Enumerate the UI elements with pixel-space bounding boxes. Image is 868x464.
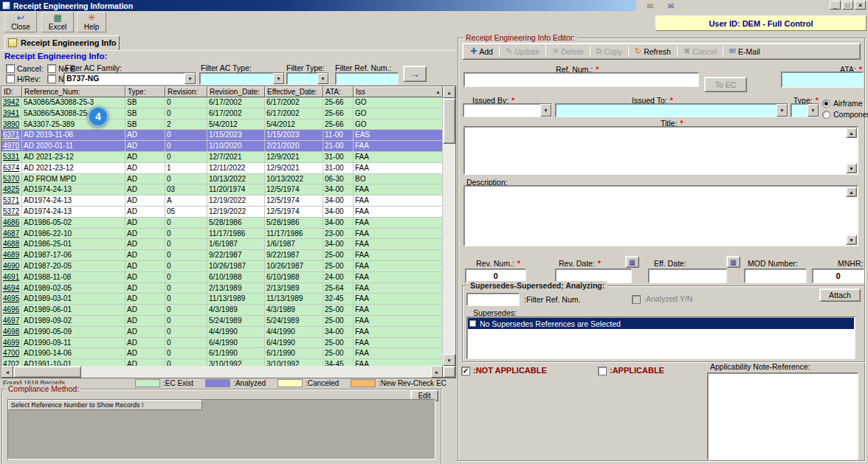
copy-button[interactable]: ⧉Copy: [592, 46, 627, 57]
scroll-down-icon[interactable]: ▼: [846, 163, 857, 173]
table-row[interactable]: 4695AD1989-03-01AD011/13/198911/13/19893…: [1, 294, 443, 305]
table-row[interactable]: 4696AD1989-06-01AD04/3/19894/3/198925-00…: [1, 305, 443, 316]
not-applicable-checkbox[interactable]: ✓: [461, 367, 470, 375]
cell-id[interactable]: 4688: [1, 239, 22, 250]
table-row[interactable]: 4686AD1986-05-02AD05/28/19865/28/198634-…: [1, 218, 443, 229]
cell-id[interactable]: 4691: [1, 272, 22, 283]
chevron-down-icon[interactable]: ▼: [540, 104, 551, 117]
table-row[interactable]: 4970AD 2020-01-11AD01/10/20202/21/202021…: [1, 141, 443, 152]
scroll-right-icon[interactable]: ►: [431, 366, 443, 378]
grid-column-header[interactable]: ID:: [1, 86, 22, 97]
mnhr-input[interactable]: [812, 269, 864, 283]
table-row[interactable]: 4697AD1989-09-02AD05/24/19895/24/198925-…: [1, 316, 443, 327]
no-ec-checkbox[interactable]: [47, 64, 56, 73]
cell-id[interactable]: 4687: [1, 229, 22, 240]
minimize-button[interactable]: _: [830, 1, 841, 10]
cell-id[interactable]: 4970: [1, 141, 22, 152]
grid-column-header[interactable]: Revision_Date:: [207, 86, 265, 97]
applicability-note-textarea[interactable]: [707, 373, 858, 460]
table-row[interactable]: 5372AD1974-24-13AD0512/19/202212/5/19743…: [1, 207, 443, 218]
cancel-button[interactable]: ✖Cancel: [679, 46, 721, 57]
grid-column-header[interactable]: Effective_Date:: [265, 86, 323, 97]
cell-id[interactable]: 4702: [1, 359, 22, 366]
close-button[interactable]: ↩ Close: [4, 12, 37, 32]
table-row[interactable]: 4825AD1974-24-13AD0311/20/197412/5/19743…: [1, 184, 443, 195]
cell-id[interactable]: 3890: [1, 120, 22, 131]
mail-icon-button[interactable]: ✉: [641, 1, 660, 11]
table-row[interactable]: 38905A3307-25-389SB25/4/20125/4/201225-6…: [1, 120, 443, 131]
add-button[interactable]: ✚Add: [466, 46, 497, 57]
scroll-up-icon[interactable]: ▲: [846, 187, 857, 197]
cancel-checkbox[interactable]: [6, 64, 15, 73]
filter-type-select[interactable]: ▼: [286, 72, 329, 85]
scroll-down-icon[interactable]: ▼: [443, 354, 455, 366]
supersedes-list[interactable]: No Supersedes References are Selected: [466, 316, 855, 359]
chevron-down-icon[interactable]: ▼: [807, 104, 819, 117]
eff-date-calendar-icon[interactable]: ▦: [726, 256, 740, 268]
cell-id[interactable]: 4697: [1, 316, 22, 327]
refresh-button[interactable]: ↻Refresh: [630, 46, 675, 57]
apply-filter-button[interactable]: →: [403, 66, 427, 82]
list-item-checkbox[interactable]: [469, 320, 476, 327]
restore-button[interactable]: □: [842, 1, 853, 10]
table-row[interactable]: 4699AD1990-09-11AD06/4/19906/4/199025-00…: [1, 338, 443, 349]
cell-id[interactable]: 5331: [1, 152, 22, 163]
table-row[interactable]: 5331AD 2021-23-12AD012/7/202112/9/202131…: [1, 152, 443, 163]
table-row[interactable]: 5370AD FROM MPDAD010/13/202210/13/202206…: [1, 174, 443, 185]
table-row[interactable]: 4698AD1990-05-09AD04/4/19904/4/199034-00…: [1, 327, 443, 338]
table-row[interactable]: 39425A3086/5A3088-25-3SB06/17/20026/17/2…: [1, 97, 443, 108]
na-checkbox[interactable]: [47, 75, 56, 83]
radio-icon[interactable]: [822, 100, 830, 108]
cell-id[interactable]: 5370: [1, 174, 22, 185]
cell-id[interactable]: 3941: [1, 108, 22, 120]
table-row[interactable]: 6371AD 2019-11-06AD01/15/20231/15/202311…: [1, 130, 443, 141]
component-radio[interactable]: Component: [822, 110, 868, 119]
filter-ac-type-select[interactable]: ▼: [199, 72, 285, 85]
update-button[interactable]: ✎Update: [501, 46, 544, 57]
mod-number-input[interactable]: [744, 269, 807, 283]
table-row[interactable]: 4687AD1986-22-10AD011/17/198611/17/19862…: [1, 229, 443, 240]
help-button[interactable]: ✳ Help: [77, 12, 106, 32]
airframe-radio[interactable]: Airframe: [822, 99, 863, 108]
table-row[interactable]: 4702AD1991-10-01AD03/10/19923/10/199234-…: [1, 359, 443, 366]
ata-input[interactable]: [781, 72, 864, 88]
grid-column-header[interactable]: ATA:: [323, 86, 354, 97]
grid-column-header[interactable]: Revision:: [165, 86, 207, 97]
grid-column-header[interactable]: Iss▲: [354, 86, 443, 97]
eff-date-input[interactable]: [648, 269, 727, 283]
title-textarea[interactable]: ▲ ▼: [464, 126, 858, 175]
type-select[interactable]: ▼: [790, 103, 819, 117]
tab-receipt-engineering-info[interactable]: Receipt Engineering Info: [4, 35, 120, 50]
close-window-button[interactable]: ✕: [855, 1, 866, 10]
supersedes-filter-input[interactable]: [466, 293, 520, 306]
chevron-down-icon[interactable]: ▼: [273, 73, 284, 84]
cell-id[interactable]: 5371: [1, 195, 22, 207]
scrollbar-thumb[interactable]: [13, 366, 81, 378]
grid-column-header[interactable]: Type:: [125, 86, 165, 97]
applicable-checkbox[interactable]: [598, 367, 607, 375]
analyzed-checkbox[interactable]: [632, 295, 641, 304]
table-row[interactable]: 4700AD1990-14-06AD06/1/19906/1/199025-00…: [1, 348, 443, 359]
table-row[interactable]: 4694AD1989-02-05AD02/13/19892/13/198925-…: [1, 283, 443, 294]
ref-num-input[interactable]: [464, 72, 699, 87]
cell-id[interactable]: 4694: [1, 283, 22, 294]
table-row[interactable]: 4691AD1988-11-08AD06/10/19886/10/198824-…: [1, 272, 443, 283]
email-button[interactable]: ✉E-Mail: [725, 46, 765, 57]
filter-ac-family-select[interactable]: B737-NG ▼: [63, 72, 196, 85]
issued-by-select[interactable]: ▼: [463, 103, 552, 117]
cell-id[interactable]: 5372: [1, 207, 22, 218]
cell-id[interactable]: 4689: [1, 250, 22, 261]
scroll-up-icon[interactable]: ▲: [846, 128, 857, 138]
radio-icon[interactable]: [822, 111, 830, 119]
scrollbar-thumb[interactable]: [443, 98, 455, 144]
table-row[interactable]: 5371AD1974-24-13ADA12/19/202212/5/197434…: [1, 195, 443, 207]
cell-id[interactable]: 4700: [1, 348, 22, 359]
table-row[interactable]: 6374AD 2021-23-12AD112/11/202212/9/20213…: [1, 163, 443, 174]
grid-column-header[interactable]: Reference_Num:: [22, 86, 125, 97]
filter-ref-num-input[interactable]: [335, 72, 399, 85]
cell-id[interactable]: 4825: [1, 184, 22, 195]
table-row[interactable]: 4689AD1987-17-06AD09/22/19879/22/198725-…: [1, 250, 443, 261]
cell-id[interactable]: 4696: [1, 305, 22, 316]
cell-id[interactable]: 3942: [1, 97, 22, 108]
to-ec-button[interactable]: To EC: [704, 77, 747, 92]
